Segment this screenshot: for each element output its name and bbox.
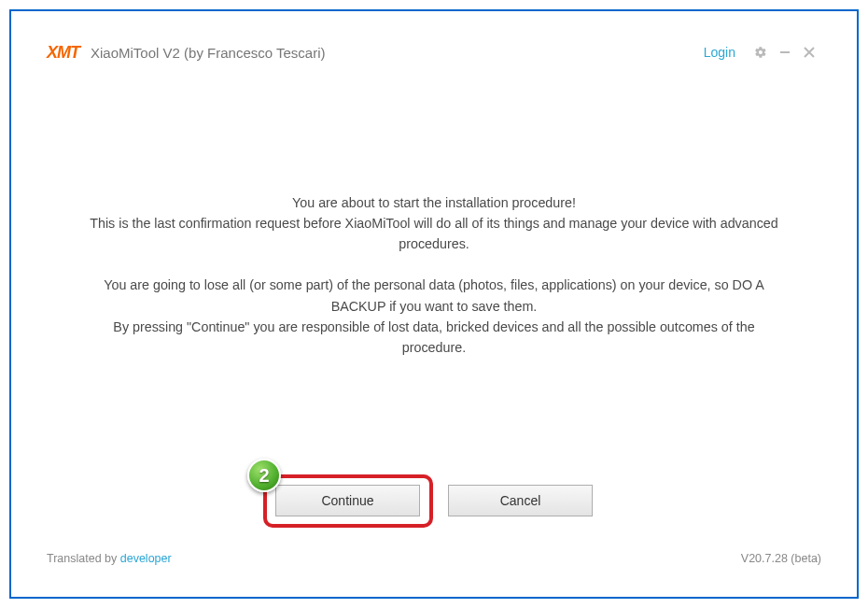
message-line-4: By pressing "Continue" you are responsib… [89, 317, 779, 358]
close-icon[interactable] [802, 45, 817, 60]
translated-prefix: Translated by [47, 552, 120, 565]
continue-wrap: 2 Continue [275, 485, 420, 516]
message-line-3: You are going to lose all (or some part)… [89, 275, 779, 316]
minimize-icon[interactable] [777, 45, 792, 60]
gear-icon[interactable] [753, 45, 768, 60]
titlebar: XMT XiaoMiTool V2 (by Francesco Tescari)… [39, 34, 829, 71]
continue-button[interactable]: Continue [275, 485, 420, 516]
message-line-1: You are about to start the installation … [89, 192, 779, 213]
cancel-button[interactable]: Cancel [448, 485, 593, 516]
confirmation-message: You are about to start the installation … [89, 192, 779, 358]
svg-rect-0 [780, 51, 790, 53]
button-row: 2 Continue Cancel [275, 485, 593, 516]
message-line-2: This is the last confirmation request be… [89, 213, 779, 254]
main-content: You are about to start the installation … [39, 71, 829, 552]
app-logo: XMT [47, 43, 79, 63]
window-border: XMT XiaoMiTool V2 (by Francesco Tescari)… [9, 9, 859, 599]
app-window: XMT XiaoMiTool V2 (by Francesco Tescari)… [39, 34, 829, 569]
app-title: XiaoMiTool V2 (by Francesco Tescari) [91, 45, 704, 61]
login-link[interactable]: Login [704, 45, 735, 60]
translated-by: Translated by developer [47, 552, 172, 565]
developer-link[interactable]: developer [120, 552, 172, 565]
footer: Translated by developer V20.7.28 (beta) [39, 552, 829, 569]
version-label: V20.7.28 (beta) [741, 552, 821, 565]
